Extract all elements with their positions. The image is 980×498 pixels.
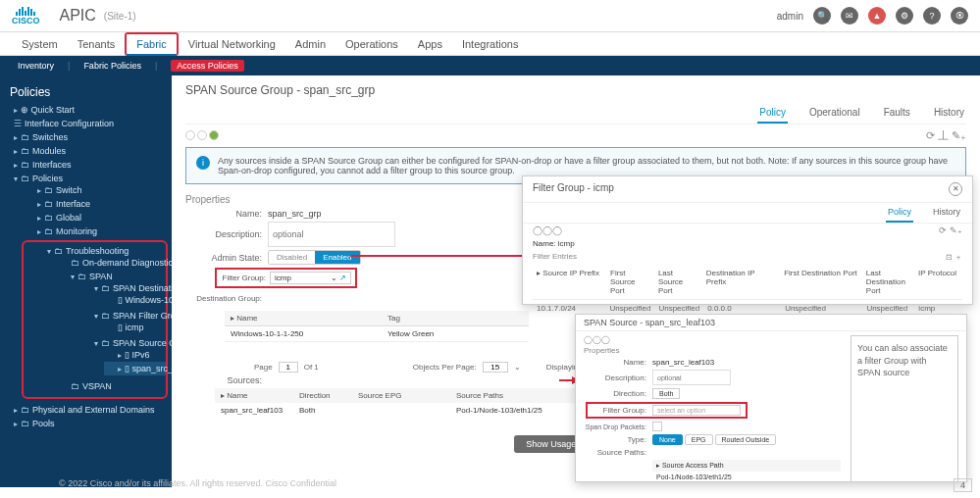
sp-panel-title: SPAN Source - span_src_leaf103 bbox=[584, 318, 715, 327]
sidebar-phys-ext[interactable]: ▸🗀Physical and External Domains bbox=[0, 403, 172, 417]
tab-admin[interactable]: Admin bbox=[285, 34, 335, 54]
top-bar: CISCO APIC (Site-1) admin 🔍 ✉ ▲ ⚙ ? ⦿ bbox=[0, 0, 980, 32]
tree-switch[interactable]: ▸🗀Switch bbox=[24, 183, 172, 197]
fg-tab-history[interactable]: History bbox=[931, 203, 962, 223]
fg-entry-tools[interactable]: ⊡ ＋ bbox=[946, 252, 962, 263]
tab-policy[interactable]: Policy bbox=[757, 103, 788, 124]
sidebar-quick-start[interactable]: ▸⊕ Quick Start bbox=[0, 103, 172, 117]
src-name-h[interactable]: ▸ Name bbox=[215, 388, 293, 403]
admin-enabled[interactable]: Enabled bbox=[315, 251, 359, 264]
fe-proto-h[interactable]: IP Protocol bbox=[914, 265, 962, 299]
fg-tab-policy[interactable]: Policy bbox=[886, 203, 913, 223]
tree-ipv6[interactable]: ▸▯ IPv6 bbox=[104, 348, 166, 362]
fe-ldp-h[interactable]: Last Destination Port bbox=[862, 265, 914, 299]
subnav-fabric-policies[interactable]: Fabric Policies bbox=[83, 61, 141, 71]
fg-entries-label: Filter Entries bbox=[533, 252, 577, 263]
app-title: APIC bbox=[60, 7, 96, 25]
src-paths-h[interactable]: Source Paths bbox=[450, 388, 568, 403]
tree-span-source-groups[interactable]: ▾🗀SPAN Source Groups ▸▯ IPv6 ▸▯ span_src… bbox=[80, 336, 166, 377]
sp-type-routed[interactable]: Routed Outside bbox=[715, 434, 777, 445]
tree-vspan[interactable]: 🗀VSPAN bbox=[57, 379, 166, 393]
settings-icon[interactable]: ⚙ bbox=[896, 7, 913, 25]
arrow-to-source-panel bbox=[559, 379, 574, 381]
sp-name-label: Name: bbox=[584, 358, 646, 367]
close-icon[interactable]: ✕ bbox=[949, 182, 962, 196]
alert-icon[interactable]: ▲ bbox=[868, 7, 886, 25]
site-label: (Site-1) bbox=[104, 11, 136, 22]
tab-operational[interactable]: Operational bbox=[807, 103, 862, 124]
fe-dstip-h[interactable]: Destination IP Prefix bbox=[702, 265, 780, 299]
sp-path-header[interactable]: ▸ Source Access Path bbox=[652, 460, 841, 472]
fe-fdp-h[interactable]: First Destination Port bbox=[780, 265, 862, 299]
tab-tenants[interactable]: Tenants bbox=[68, 34, 126, 54]
search-icon[interactable]: 🔍 bbox=[813, 7, 831, 25]
filter-group-panel: Filter Group - icmp ✕ Policy History ◯◯◯… bbox=[522, 175, 973, 305]
tree-monitoring[interactable]: ▸🗀Monitoring bbox=[24, 224, 172, 238]
subnav-inventory[interactable]: Inventory bbox=[18, 61, 54, 71]
sidebar-interface-config[interactable]: ☰Interface Configuration bbox=[0, 117, 172, 130]
fg-health-dots[interactable]: ◯◯◯ bbox=[533, 225, 562, 235]
page-label: Page bbox=[254, 363, 273, 372]
fe-fsp-h[interactable]: First Source Port bbox=[606, 265, 654, 299]
per-page-label: Objects Per Page: bbox=[413, 363, 477, 372]
tree-global[interactable]: ▸🗀Global bbox=[24, 211, 172, 224]
tab-virtual-networking[interactable]: Virtual Networking bbox=[179, 34, 285, 54]
page-of: Of 1 bbox=[304, 363, 319, 372]
tree-dest-item[interactable]: ▯ Windows-10-1-1-250 bbox=[104, 293, 166, 307]
tab-integrations[interactable]: Integrations bbox=[452, 34, 528, 54]
tab-apps[interactable]: Apps bbox=[408, 34, 452, 54]
help-icon[interactable]: ? bbox=[923, 7, 941, 25]
fe-srcip-h[interactable]: ▸ Source IP Prefix bbox=[533, 265, 606, 299]
external-link-icon[interactable]: ↗ bbox=[339, 274, 346, 282]
tab-fabric[interactable]: Fabric bbox=[125, 32, 179, 56]
user-label[interactable]: admin bbox=[777, 11, 803, 22]
admin-state-toggle[interactable]: Disabled Enabled bbox=[268, 250, 361, 265]
dest-row[interactable]: Windows-10-1-1-250Yellow Green bbox=[225, 326, 529, 342]
fe-lsp-h[interactable]: Last Source Port bbox=[654, 265, 702, 299]
tree-interface[interactable]: ▸🗀Interface bbox=[24, 197, 172, 211]
sp-filter-group-highlight: Filter Group: select an option bbox=[586, 402, 748, 419]
tree-troubleshooting[interactable]: ▾🗀Troubleshooting 🗀On-demand Diagnostics… bbox=[33, 244, 166, 395]
feedback-icon[interactable]: ✉ bbox=[841, 7, 858, 25]
action-tools[interactable]: ⟳ 丄 ✎₊ bbox=[926, 128, 966, 143]
destination-table: ▸ NameTag Windows-10-1-1-250Yellow Green bbox=[225, 311, 529, 342]
fg-tools[interactable]: ⟳ ✎₊ bbox=[939, 225, 962, 235]
sp-desc-input[interactable] bbox=[652, 370, 731, 385]
name-label: Name: bbox=[185, 209, 262, 219]
sp-type-none[interactable]: None bbox=[652, 434, 683, 445]
tree-span-filter-groups[interactable]: ▾🗀SPAN Filter Groups ▯ icmp bbox=[80, 309, 166, 336]
tree-ondemand[interactable]: 🗀On-demand Diagnostics bbox=[57, 256, 166, 270]
tab-system[interactable]: System bbox=[12, 34, 68, 54]
tree-span-src-grp[interactable]: ▸▯ span_src_grp bbox=[104, 362, 166, 375]
filter-group-select[interactable]: icmp⌄ ↗ bbox=[270, 272, 351, 284]
sidebar-modules[interactable]: ▸🗀Modules bbox=[0, 144, 172, 158]
sp-health-dots[interactable]: ◯◯◯ bbox=[584, 335, 841, 344]
main-nav: System Tenants Fabric Virtual Networking… bbox=[0, 32, 980, 56]
sp-type-epg[interactable]: EPG bbox=[685, 434, 713, 445]
desc-input[interactable] bbox=[268, 222, 395, 247]
admin-disabled[interactable]: Disabled bbox=[269, 251, 315, 264]
sp-type-toggle[interactable]: None EPG Routed Outside bbox=[652, 434, 776, 445]
sp-drop-checkbox[interactable] bbox=[652, 422, 662, 431]
tree-span[interactable]: ▾🗀SPAN ▾🗀SPAN Destination Groups ▯ Windo… bbox=[57, 270, 166, 379]
tab-history[interactable]: History bbox=[932, 103, 966, 124]
per-page-input[interactable] bbox=[483, 362, 508, 373]
sp-dir-select[interactable]: Both bbox=[652, 388, 680, 399]
dest-name-header[interactable]: ▸ Name bbox=[225, 311, 382, 325]
apps-icon[interactable]: ⦿ bbox=[951, 7, 968, 25]
subnav-access-policies[interactable]: Access Policies bbox=[171, 60, 244, 72]
tab-faults[interactable]: Faults bbox=[882, 103, 912, 124]
tree-span-dest-groups[interactable]: ▾🗀SPAN Destination Groups ▯ Windows-10-1… bbox=[80, 281, 166, 309]
src-dir-h[interactable]: Direction bbox=[293, 388, 352, 403]
src-epg-h[interactable]: Source EPG bbox=[352, 388, 450, 403]
tab-operations[interactable]: Operations bbox=[335, 34, 408, 54]
dest-tag-header[interactable]: Tag bbox=[382, 311, 529, 325]
sidebar-policies[interactable]: ▾🗀Policies ▸🗀Switch ▸🗀Interface ▸🗀Global… bbox=[0, 172, 172, 403]
sidebar-switches[interactable]: ▸🗀Switches bbox=[0, 130, 172, 144]
health-dots[interactable] bbox=[185, 130, 221, 142]
tree-filter-icmp[interactable]: ▯ icmp bbox=[104, 321, 166, 334]
sidebar-pools[interactable]: ▸🗀Pools bbox=[0, 417, 172, 430]
sp-fg-select[interactable]: select an option bbox=[652, 405, 741, 416]
sidebar-interfaces[interactable]: ▸🗀Interfaces bbox=[0, 158, 172, 172]
page-input[interactable] bbox=[279, 362, 298, 373]
